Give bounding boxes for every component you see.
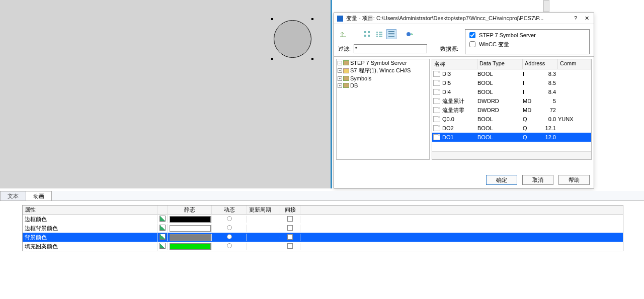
view-icons-icon[interactable] — [362, 29, 372, 39]
selection-handle[interactable] — [271, 58, 273, 60]
s7-icon — [343, 68, 349, 73]
property-row[interactable]: 背景颜色 — [23, 233, 623, 242]
dynamic-bulb[interactable] — [212, 225, 247, 232]
grid-header: 名称 Data Type Address Comm — [432, 59, 591, 69]
tab-animation[interactable]: 动画 — [26, 191, 52, 201]
svg-rect-9 — [379, 36, 382, 37]
table-row[interactable]: DI5BOOLI8.5 — [432, 78, 591, 87]
table-row[interactable]: 流量累计DWORDMD5 — [432, 96, 591, 106]
up-level-icon[interactable] — [338, 29, 348, 39]
col-comment[interactable]: Comm — [558, 59, 591, 69]
ds-option-step7[interactable]: STEP 7 Symbol Server — [467, 31, 587, 40]
help-button[interactable]: ? — [572, 15, 580, 23]
expand-icon[interactable]: + — [338, 83, 342, 88]
symbol-grid: 名称 Data Type Address Comm DI3BOOLI8.3DI5… — [432, 59, 592, 160]
view-details-icon[interactable] — [386, 29, 396, 39]
color-swatch[interactable] — [168, 216, 212, 223]
table-row[interactable]: Q0.0BOOLQ0.0YUNX — [432, 115, 591, 124]
ok-button[interactable]: 确定 — [486, 175, 517, 185]
grid-rows[interactable]: DI3BOOLI8.3DI5BOOLI8.5DI4BOOLI8.4流量累计DWO… — [432, 69, 591, 151]
col-dynamic[interactable]: 动态 — [212, 206, 247, 214]
property-row[interactable]: 填充图案颜色 — [23, 242, 623, 251]
svg-rect-13 — [388, 36, 394, 37]
prop-grid-header: 属性 静态 动态 更新周期 间接 — [23, 206, 623, 215]
color-picker-icon[interactable] — [157, 224, 168, 232]
cell-type: BOOL — [477, 80, 523, 86]
dynamic-bulb[interactable] — [212, 234, 247, 241]
help-dialog-button[interactable]: 帮助 — [558, 175, 590, 185]
svg-point-14 — [407, 32, 411, 36]
selection-handle[interactable] — [311, 18, 313, 20]
ds-wincc-checkbox[interactable] — [469, 41, 475, 47]
color-picker-icon[interactable] — [157, 233, 168, 241]
color-swatch[interactable] — [168, 234, 212, 241]
col-addr[interactable]: Address — [523, 59, 558, 69]
expand-icon[interactable]: + — [338, 76, 342, 81]
col-name[interactable]: 名称 — [432, 59, 477, 69]
update-cycle[interactable] — [247, 246, 280, 247]
folder-icon — [343, 76, 349, 81]
color-picker-icon[interactable] — [157, 215, 168, 223]
close-button[interactable]: ✕ — [583, 15, 591, 23]
cell-addr-offset: 8.5 — [538, 80, 558, 86]
indirect-checkbox[interactable] — [280, 234, 300, 241]
tab-text[interactable]: 文本 — [0, 191, 26, 201]
expand-icon[interactable]: − — [338, 61, 342, 65]
table-row[interactable]: DI3BOOLI8.3 — [432, 69, 591, 78]
tree-s7prog[interactable]: −S7 程序(1), Wincc CH//S — [337, 66, 429, 75]
indirect-checkbox[interactable] — [280, 216, 300, 223]
update-cycle[interactable] — [247, 228, 280, 229]
grid-hscroll[interactable] — [432, 151, 591, 159]
dialog-titlebar[interactable]: 变量 - 项目: C:\Users\Administrator\Desktop\… — [334, 13, 594, 24]
table-row[interactable]: DO2BOOLQ12.1 — [432, 124, 591, 133]
cell-addr-offset: 5 — [538, 98, 558, 104]
svg-rect-0 — [364, 31, 366, 33]
circle-shape[interactable] — [274, 20, 311, 58]
property-row[interactable]: 边框背景颜色 — [23, 224, 623, 233]
app-icon — [337, 16, 343, 22]
dynamic-bulb[interactable] — [212, 243, 247, 250]
tree-db[interactable]: +DB — [337, 82, 429, 89]
table-row[interactable]: DO1BOOLQ12.0 — [432, 133, 591, 142]
col-spacer — [300, 206, 623, 214]
cell-name: DI3 — [441, 71, 477, 77]
cell-name: Q0.0 — [441, 116, 477, 122]
filter-label: 过滤: — [338, 45, 351, 53]
indirect-checkbox[interactable] — [280, 243, 300, 250]
cell-addr-area: Q — [523, 116, 538, 122]
property-row[interactable]: 边框颜色 — [23, 215, 623, 224]
col-indirect[interactable]: 间接 — [280, 206, 300, 214]
scrollbar-stub[interactable] — [543, 0, 549, 12]
cell-addr-offset: 8.4 — [538, 89, 558, 95]
color-picker-icon[interactable] — [157, 242, 168, 250]
color-swatch[interactable] — [168, 225, 212, 232]
table-row[interactable]: 流量清零DWORDMD72 — [432, 106, 591, 115]
cell-type: DWORD — [477, 107, 523, 113]
col-type[interactable]: Data Type — [477, 59, 523, 69]
update-cycle[interactable] — [247, 219, 280, 220]
color-swatch[interactable] — [168, 243, 212, 250]
ds-option-wincc[interactable]: WinCC 变量 — [467, 40, 587, 49]
dynamic-bulb[interactable] — [212, 216, 247, 223]
go-icon[interactable] — [405, 29, 415, 39]
table-row[interactable]: DI4BOOLI8.4 — [432, 87, 591, 96]
filter-combo[interactable] — [354, 44, 427, 53]
col-static[interactable]: 静态 — [168, 206, 212, 214]
tree-symbols[interactable]: +Symbols — [337, 75, 429, 82]
ds-step7-checkbox[interactable] — [469, 32, 475, 38]
update-cycle[interactable] — [247, 237, 280, 238]
ds-step7-label: STEP 7 Symbol Server — [479, 32, 536, 39]
prop-label: 填充图案颜色 — [23, 242, 157, 251]
selection-handle[interactable] — [311, 58, 313, 60]
cancel-button[interactable]: 取消 — [522, 175, 553, 185]
expand-icon[interactable]: − — [338, 68, 342, 73]
tree-root[interactable]: −STEP 7 Symbol Server — [337, 59, 429, 66]
indirect-checkbox[interactable] — [280, 225, 300, 232]
col-update[interactable]: 更新周期 — [247, 206, 280, 214]
canvas-area[interactable] — [0, 0, 332, 188]
cell-name: DI5 — [441, 80, 477, 86]
col-property[interactable]: 属性 — [23, 206, 157, 214]
selection-handle[interactable] — [271, 18, 273, 20]
view-list-icon[interactable] — [374, 29, 384, 39]
tree-pane[interactable]: −STEP 7 Symbol Server −S7 程序(1), Wincc C… — [336, 59, 430, 160]
